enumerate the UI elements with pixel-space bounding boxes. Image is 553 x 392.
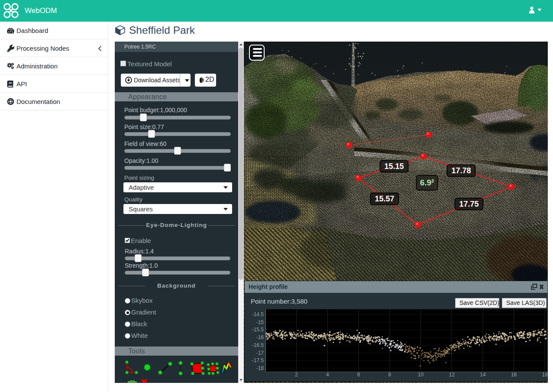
svg-text:6: 6 xyxy=(357,372,360,378)
svg-text:-17: -17 xyxy=(256,350,264,356)
svg-text:-14.5: -14.5 xyxy=(252,311,264,317)
svg-text:8: 8 xyxy=(388,372,391,378)
svg-text:12: 12 xyxy=(449,372,455,378)
svg-text:14: 14 xyxy=(480,372,486,378)
svg-text:10: 10 xyxy=(418,372,424,378)
svg-text:-16: -16 xyxy=(256,334,264,340)
svg-text:2: 2 xyxy=(295,372,298,378)
svg-text:-15.5: -15.5 xyxy=(252,327,264,333)
svg-text:-15: -15 xyxy=(256,319,264,325)
svg-text:-16.5: -16.5 xyxy=(252,342,264,348)
svg-text:16: 16 xyxy=(511,372,517,378)
svg-text:-17.5: -17.5 xyxy=(252,357,264,363)
svg-text:18: 18 xyxy=(542,372,547,378)
svg-text:4: 4 xyxy=(326,372,329,378)
svg-text:-18: -18 xyxy=(256,365,264,371)
